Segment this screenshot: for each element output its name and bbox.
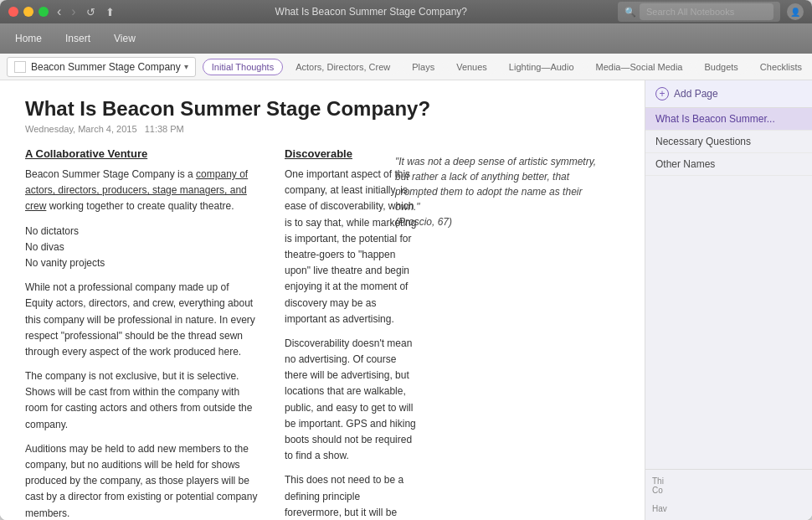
maximize-button[interactable] xyxy=(39,7,49,17)
collaborative-para5: Auditions may be held to add new members… xyxy=(25,441,260,520)
nav-forward-icon: › xyxy=(71,4,75,19)
close-button[interactable] xyxy=(8,7,18,17)
page-date: Wednesday, March 4, 2015 11:38 PM xyxy=(25,124,619,134)
page-content[interactable]: What Is Beacon Summer Stage Company? Wed… xyxy=(0,80,645,520)
nav-back-icon[interactable]: ‹ xyxy=(57,4,61,19)
peek-line2: Co xyxy=(652,486,805,495)
tab-checklists[interactable]: Checklists xyxy=(751,59,805,75)
sidebar-item-what-is[interactable]: What Is Beacon Summer... xyxy=(645,108,812,131)
tab-plays[interactable]: Plays xyxy=(403,59,444,75)
title-bar-right: 🔍 👤 xyxy=(618,2,804,22)
sidebar-peek: Thi Co Hav xyxy=(645,469,812,520)
search-icon: 🔍 xyxy=(624,7,636,18)
tabs-bar: Initial Thoughts Actors, Directors, Crew… xyxy=(203,58,805,76)
collaborative-para1: Beacon Summer Stage Company is a company… xyxy=(25,167,260,215)
app-window: ‹ › ↺ ⬆ What Is Beacon Summer Stage Comp… xyxy=(0,0,812,520)
tab-lighting[interactable]: Lighting—Audio xyxy=(500,59,583,75)
sidebar-pages-list: What Is Beacon Summer... Necessary Quest… xyxy=(645,108,812,469)
notebook-title[interactable]: Beacon Summer Stage Company ▾ xyxy=(7,57,196,77)
collaborative-para4: The company is not exclusive, but it is … xyxy=(25,368,260,433)
sidebar-item-necessary[interactable]: Necessary Questions xyxy=(645,131,812,153)
tab-actors[interactable]: Actors, Directors, Crew xyxy=(286,59,399,75)
collaborative-para2: No dictatorsNo divasNo vanity projects xyxy=(25,224,260,272)
discoverable-para1: One important aspect of this company, at… xyxy=(285,167,419,327)
notebook-bar: Beacon Summer Stage Company ▾ Initial Th… xyxy=(0,54,812,80)
sidebar-item-other-names[interactable]: Other Names xyxy=(645,153,812,176)
search-input[interactable] xyxy=(640,3,773,20)
add-page-label: Add Page xyxy=(674,88,718,100)
sidebar: + Add Page What Is Beacon Summer... Nece… xyxy=(645,80,812,520)
page-title: What Is Beacon Summer Stage Company? xyxy=(25,97,619,121)
discoverable-heading: Discoverable xyxy=(285,147,419,160)
two-column-layout: A Collaborative Venture Beacon Summer St… xyxy=(25,147,368,520)
right-column: Discoverable One important aspect of thi… xyxy=(285,147,419,520)
notebook-caret-icon: ▾ xyxy=(184,62,188,71)
left-column: A Collaborative Venture Beacon Summer St… xyxy=(25,147,260,520)
share-icon[interactable]: ⬆ xyxy=(105,6,115,18)
peek-line3: Hav xyxy=(652,504,805,513)
quote-block: "It was not a deep sense of artistic sym… xyxy=(385,147,619,236)
add-page-icon: + xyxy=(655,87,669,100)
peek-line1: Thi xyxy=(652,476,805,486)
collaborative-para3: While not a professional company made up… xyxy=(25,280,260,360)
home-button[interactable]: Home xyxy=(10,31,47,46)
tab-media[interactable]: Media—Social Media xyxy=(587,59,692,75)
user-avatar[interactable]: 👤 xyxy=(787,3,804,20)
discoverable-para3: This does not need to be a defining prin… xyxy=(285,472,419,520)
window-title: What Is Beacon Summer Stage Company? xyxy=(125,6,618,18)
view-button[interactable]: View xyxy=(109,31,141,46)
main-area: What Is Beacon Summer Stage Company? Wed… xyxy=(0,80,812,520)
sync-icon[interactable]: ↺ xyxy=(86,6,95,18)
window-buttons xyxy=(8,7,49,17)
toolbar: Home Insert View xyxy=(0,23,812,54)
add-page-button[interactable]: + Add Page xyxy=(645,80,812,108)
collaborative-heading: A Collaborative Venture xyxy=(25,147,260,160)
minimize-button[interactable] xyxy=(23,7,33,17)
tab-budgets[interactable]: Budgets xyxy=(695,59,747,75)
tab-venues[interactable]: Venues xyxy=(447,59,496,75)
discoverable-para2: Discoverability doesn't mean no advertis… xyxy=(285,336,419,465)
quote-text: "It was not a deep sense of artistic sym… xyxy=(395,156,596,213)
tab-initial-thoughts[interactable]: Initial Thoughts xyxy=(203,59,283,75)
title-bar: ‹ › ↺ ⬆ What Is Beacon Summer Stage Comp… xyxy=(0,0,812,23)
insert-button[interactable]: Insert xyxy=(60,31,95,46)
